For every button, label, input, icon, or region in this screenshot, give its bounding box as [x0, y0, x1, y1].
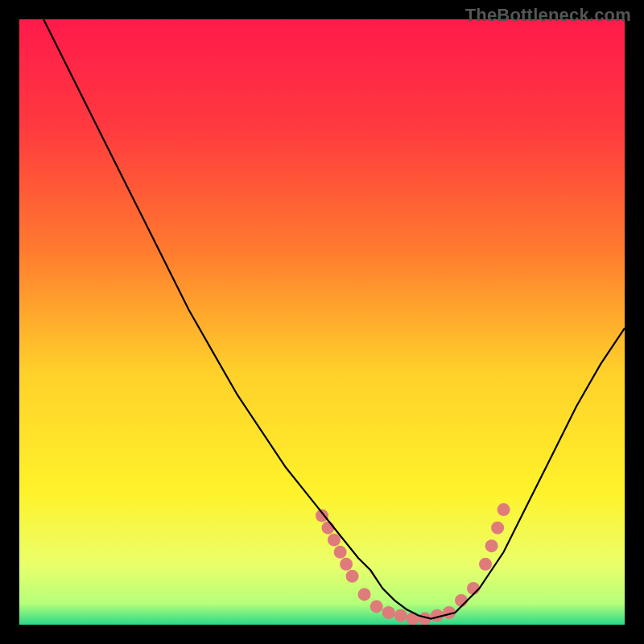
curve-marker — [485, 539, 498, 552]
curve-marker — [479, 558, 492, 571]
curve-marker — [340, 558, 353, 571]
curve-marker — [334, 546, 347, 559]
chart-frame: TheBottleneck.com — [0, 0, 644, 644]
curve-marker — [370, 600, 383, 613]
curve-marker — [467, 582, 480, 595]
curve-marker — [358, 588, 371, 601]
curve-marker — [455, 594, 468, 607]
curve-marker — [382, 606, 395, 619]
curve-marker — [394, 609, 407, 622]
plot-background — [19, 19, 625, 625]
curve-marker — [328, 534, 341, 547]
chart-svg — [0, 0, 644, 644]
watermark-text: TheBottleneck.com — [465, 5, 631, 26]
curve-marker — [491, 522, 504, 535]
curve-marker — [322, 522, 335, 535]
curve-marker — [497, 503, 510, 516]
curve-marker — [316, 510, 328, 522]
curve-marker — [346, 570, 359, 583]
